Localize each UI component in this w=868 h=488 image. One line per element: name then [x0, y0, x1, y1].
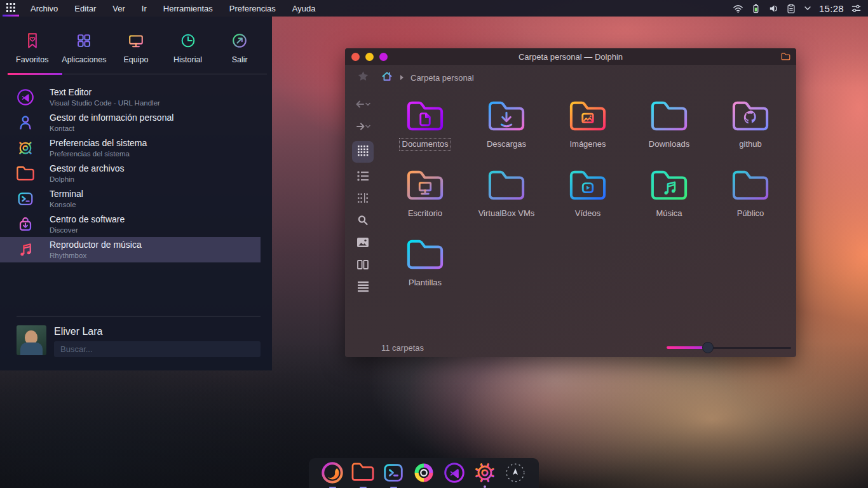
tool-search[interactable] — [352, 210, 374, 233]
divider — [17, 316, 261, 316]
tab-salir[interactable]: Salir — [214, 17, 266, 75]
minimize-button[interactable] — [365, 53, 374, 61]
folder-musica[interactable]: Música — [628, 163, 710, 233]
launcher-icon — [503, 461, 527, 488]
tool-split[interactable] — [352, 255, 374, 277]
app-item-text-editor[interactable]: Text Editor Visual Studio Code - URL Han… — [0, 85, 272, 110]
running-indicator — [484, 485, 486, 488]
folder-icon — [568, 98, 607, 137]
app-item-gestor-de-informacion-personal[interactable]: Gestor de información personal Kontact — [0, 110, 272, 135]
tool-view-compact[interactable] — [352, 188, 374, 210]
tool-back[interactable] — [352, 94, 374, 116]
folder-descargas[interactable]: Descargas — [466, 94, 547, 163]
tool-menu[interactable] — [352, 277, 374, 299]
menu-item-preferencias[interactable]: Preferencias — [229, 4, 276, 13]
folder-github[interactable]: github — [710, 94, 791, 163]
menu-item-editar[interactable]: Editar — [74, 4, 96, 13]
network-wifi-icon[interactable] — [733, 3, 743, 14]
tool-preview[interactable] — [352, 233, 374, 255]
view-list-icon — [357, 170, 369, 184]
zoom-slider-handle[interactable] — [702, 342, 714, 353]
clipboard-icon[interactable] — [786, 3, 796, 14]
folder-icon — [405, 167, 445, 207]
tool-view-list[interactable] — [352, 166, 374, 188]
dolphin-window: Carpeta personal — Dolphin Carpeta perso… — [345, 48, 796, 357]
window-title: Carpeta personal — Dolphin — [345, 52, 796, 62]
dock-item-settings[interactable] — [472, 461, 498, 488]
menu-item-herramientas[interactable]: Herramientas — [163, 4, 213, 13]
folder-virtualbox-vms[interactable]: VirtualBox VMs — [466, 163, 547, 233]
dolphin-toolbar: Carpeta personal — [345, 67, 474, 88]
split-icon — [357, 260, 369, 272]
tab-favoritos[interactable]: Favoritos — [6, 17, 58, 75]
breadcrumb[interactable]: Carpeta personal — [410, 73, 474, 83]
tab-historial[interactable]: Historial — [162, 17, 214, 75]
bookmark-star-icon[interactable] — [357, 71, 369, 85]
zoom-slider[interactable] — [667, 346, 791, 349]
folder-icon — [649, 167, 689, 207]
app-item-terminal[interactable]: Terminal Konsole — [0, 186, 272, 212]
dock-item-launcher[interactable] — [503, 461, 528, 488]
app-item-gestor-de-archivos[interactable]: Gestor de archivos Dolphin — [0, 161, 272, 186]
menu-item-ver[interactable]: Ver — [112, 4, 125, 13]
folder-downloads[interactable]: Downloads — [628, 94, 710, 163]
app-grid-icon — [6, 3, 15, 14]
terminal-icon — [15, 189, 36, 209]
dolphin-statusbar: 11 carpetas — [345, 338, 796, 357]
tab-aplicaciones[interactable]: Aplicaciones — [58, 17, 111, 75]
exit-arrow-icon — [229, 28, 250, 51]
user-name: Eliver Lara — [54, 326, 261, 337]
dock-item-konsole[interactable] — [381, 461, 406, 488]
app-launcher-button[interactable] — [0, 0, 22, 17]
close-button[interactable] — [351, 53, 360, 61]
folder-plantillas[interactable]: Plantillas — [384, 233, 466, 302]
view-compact-icon — [358, 193, 369, 206]
clock[interactable]: 15:28 — [819, 3, 844, 14]
person-icon — [15, 112, 36, 133]
app-item-preferencias-del-sistema[interactable]: Preferencias del sistema Preferencias de… — [0, 135, 272, 161]
dock-item-firefox[interactable] — [320, 461, 345, 488]
bag-icon — [15, 214, 36, 234]
avatar[interactable] — [17, 325, 46, 355]
application-launcher-panel: Favoritos Aplicaciones Equipo Historial … — [0, 17, 272, 370]
menu-item-ir[interactable]: Ir — [142, 4, 147, 13]
chevron-down-icon[interactable] — [803, 4, 812, 13]
clock-icon — [178, 28, 198, 51]
folder-videos[interactable]: Vídeos — [547, 163, 628, 233]
app-item-reproductor-de-musica[interactable]: Reproductor de música Rhythmbox — [0, 237, 261, 262]
folder-publico[interactable]: Público — [710, 163, 791, 233]
vscode-icon — [442, 461, 466, 488]
zoom-slider-fill — [667, 346, 708, 349]
gear-icon — [15, 138, 36, 158]
search-icon — [357, 215, 369, 229]
dolphin-titlebar[interactable]: Carpeta personal — Dolphin — [345, 48, 796, 65]
back-icon — [355, 99, 370, 112]
search-input[interactable] — [54, 341, 261, 357]
maximize-button[interactable] — [379, 53, 388, 61]
tabs-divider — [64, 74, 267, 74]
menu-item-archivo[interactable]: Archivo — [31, 4, 58, 13]
breadcrumb-chevron-icon — [399, 72, 405, 83]
tool-view-grid[interactable] — [352, 141, 374, 163]
system-tray: 15:28 — [733, 3, 868, 14]
home-icon[interactable] — [381, 70, 393, 85]
folder-documentos[interactable]: Documentos — [384, 94, 466, 163]
app-item-centro-de-software[interactable]: Centro de software Discover — [0, 212, 272, 237]
files-icon — [351, 461, 375, 488]
folder-icon — [405, 236, 445, 276]
tab-equipo[interactable]: Equipo — [110, 17, 162, 75]
tool-forward[interactable] — [352, 116, 374, 139]
dock-item-vscode[interactable] — [442, 461, 467, 488]
settings-icon — [473, 461, 497, 488]
menu-item-ayuda[interactable]: Ayuda — [292, 4, 316, 13]
dock-item-chrome[interactable] — [411, 461, 437, 488]
folder-imagenes[interactable]: Imágenes — [547, 94, 628, 163]
folder-icon — [405, 98, 445, 137]
folder-escritorio[interactable]: Escritorio — [384, 163, 466, 233]
dock-item-files[interactable] — [350, 461, 376, 488]
top-panel: ArchivoEditarVerIrHerramientasPreferenci… — [0, 0, 868, 17]
battery-icon[interactable] — [750, 3, 761, 14]
latte-settings-icon[interactable] — [851, 3, 862, 14]
window-folder-icon — [781, 52, 790, 64]
volume-icon[interactable] — [768, 3, 779, 14]
